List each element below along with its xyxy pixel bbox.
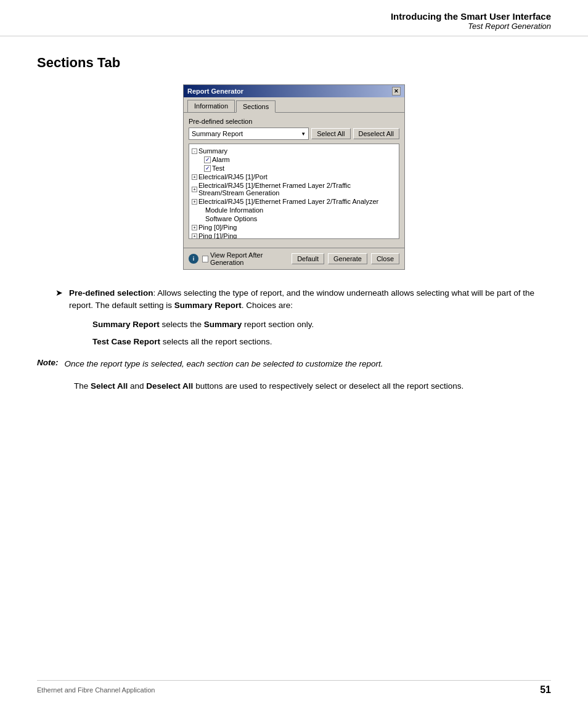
tree-label-alarm: Alarm xyxy=(212,156,230,163)
tree-label-electrical-stream: Electrical/RJ45 [1]/Ethernet Framed Laye… xyxy=(198,182,396,197)
info-icon: i xyxy=(189,254,198,264)
generate-button[interactable]: Generate xyxy=(328,253,367,264)
main-content: Sections Tab Report Generator ✕ Informat… xyxy=(0,36,588,423)
tree-label-software-options: Software Options xyxy=(205,215,257,222)
view-report-label[interactable]: View Report After Generation xyxy=(202,251,288,266)
after-note-para: The Select All and Deselect All buttons … xyxy=(74,380,551,392)
bold-predefined: Pre-defined selection xyxy=(69,288,153,298)
page-number: 51 xyxy=(540,684,551,696)
bold-summary-report: Summary Report xyxy=(174,301,242,310)
page-container: Introducing the Smart User Interface Tes… xyxy=(0,0,588,714)
select-all-button[interactable]: Select All xyxy=(311,128,350,139)
dialog-titlebar: Report Generator ✕ xyxy=(184,85,404,97)
predefined-dropdown[interactable]: Summary Report ▼ xyxy=(189,128,309,140)
page-title: Sections Tab xyxy=(37,55,551,71)
tree-label-electrical-port: Electrical/RJ45 [1]/Port xyxy=(198,173,267,181)
bold-deselect-all: Deselect All xyxy=(146,381,193,391)
expander-electrical-stream[interactable]: + xyxy=(192,187,197,192)
dropdown-value: Summary Report xyxy=(192,130,243,137)
bullet-arrow-icon: ➤ xyxy=(55,288,63,312)
tree-item-ping0[interactable]: + Ping [0]/Ping xyxy=(192,223,396,232)
note-text: Once the report type is selected, each s… xyxy=(65,358,383,370)
tab-sections[interactable]: Sections xyxy=(236,100,276,113)
sub-para-2: Test Case Report selects all the report … xyxy=(92,336,551,348)
predefined-row: Summary Report ▼ Select All Deselect All xyxy=(189,128,399,140)
view-report-checkbox[interactable] xyxy=(202,256,208,262)
expander-electrical-port[interactable]: + xyxy=(192,174,197,180)
tree-item-test[interactable]: ✓ Test xyxy=(192,164,396,172)
tree-item-electrical-analyzer[interactable]: + Electrical/RJ45 [1]/Ethernet Framed La… xyxy=(192,197,396,206)
tree-label-test: Test xyxy=(212,164,224,172)
bold-select-all: Select All xyxy=(91,381,128,391)
bullet-section: ➤ Pre-defined selection: Allows selectin… xyxy=(55,287,551,348)
expander-ping1[interactable]: + xyxy=(192,233,197,239)
bold-test-case: Test Case Report xyxy=(92,337,160,346)
tree-item-electrical-stream[interactable]: + Electrical/RJ45 [1]/Ethernet Framed La… xyxy=(192,181,396,197)
dialog-close-button[interactable]: ✕ xyxy=(392,87,401,95)
sub-para-1: Summary Report selects the Summary repor… xyxy=(92,318,551,331)
header-title: Introducing the Smart User Interface xyxy=(37,11,551,22)
dialog-tabs: Information Sections xyxy=(184,97,404,112)
dialog-body: Pre-defined selection Summary Report ▼ S… xyxy=(184,112,404,248)
tree-item-software-options[interactable]: Software Options xyxy=(192,214,396,223)
tree-label-module-info: Module Information xyxy=(205,206,263,214)
tree-label-summary: Summary xyxy=(198,147,227,155)
dialog-footer: i View Report After Generation Default G… xyxy=(184,248,404,269)
default-button[interactable]: Default xyxy=(292,253,324,264)
header-subtitle: Test Report Generation xyxy=(37,22,551,31)
note-section: Note: Once the report type is selected, … xyxy=(37,358,551,370)
expander-summary[interactable]: - xyxy=(192,148,197,154)
tab-information[interactable]: Information xyxy=(187,100,235,112)
bold-summary: Summary xyxy=(204,320,242,329)
note-label: Note: xyxy=(37,358,59,370)
tree-label-electrical-analyzer: Electrical/RJ45 [1]/Ethernet Framed Laye… xyxy=(198,198,378,205)
expander-electrical-analyzer[interactable]: + xyxy=(192,199,197,205)
dialog-title: Report Generator xyxy=(187,87,243,95)
page-footer: Ethernet and Fibre Channel Application 5… xyxy=(37,680,551,696)
checkbox-alarm[interactable]: ✓ xyxy=(204,156,211,163)
tree-item-module-info[interactable]: Module Information xyxy=(192,206,396,214)
tree-item-summary[interactable]: - Summary xyxy=(192,147,396,155)
tree-item-alarm[interactable]: ✓ Alarm xyxy=(192,155,396,164)
view-report-text: View Report After Generation xyxy=(210,251,288,266)
tree-item-electrical-port[interactable]: + Electrical/RJ45 [1]/Port xyxy=(192,172,396,181)
predefined-label: Pre-defined selection xyxy=(189,118,399,125)
bullet-row-1: ➤ Pre-defined selection: Allows selectin… xyxy=(55,287,551,312)
report-generator-dialog: Report Generator ✕ Information Sections … xyxy=(183,84,405,270)
tree-label-ping0: Ping [0]/Ping xyxy=(198,224,237,231)
page-header: Introducing the Smart User Interface Tes… xyxy=(0,0,588,36)
dropdown-arrow-icon: ▼ xyxy=(301,131,306,137)
footer-left-text: Ethernet and Fibre Channel Application xyxy=(37,686,155,694)
sections-tree[interactable]: - Summary ✓ Alarm ✓ Te xyxy=(189,144,399,239)
checkbox-test[interactable]: ✓ xyxy=(204,165,211,172)
close-button[interactable]: Close xyxy=(371,253,399,264)
tree-label-ping1: Ping [1]/Ping xyxy=(198,232,237,239)
deselect-all-button[interactable]: Deselect All xyxy=(353,128,399,139)
expander-ping0[interactable]: + xyxy=(192,225,197,230)
dialog-screenshot-container: Report Generator ✕ Information Sections … xyxy=(37,84,551,270)
bold-summary-report-2: Summary Report xyxy=(92,320,160,329)
tree-item-ping1[interactable]: + Ping [1]/Ping xyxy=(192,232,396,239)
bullet-text-1: Pre-defined selection: Allows selecting … xyxy=(69,287,551,312)
